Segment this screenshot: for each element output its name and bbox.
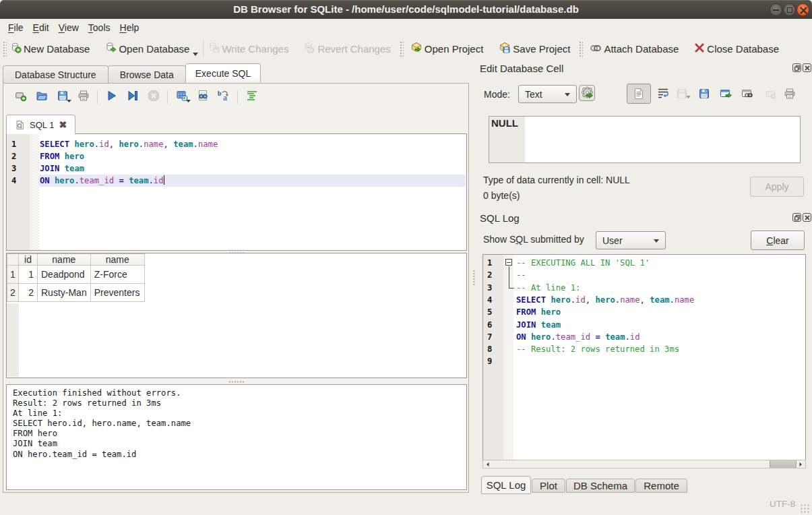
cell-value-editor[interactable]: NULL [489, 116, 801, 163]
menu-edit[interactable]: Edit [28, 20, 54, 36]
find-replace-button[interactable]: ba [213, 90, 234, 104]
attach-database-label: Attach Database [604, 43, 679, 55]
minimize-button[interactable] [770, 3, 782, 16]
results-message-splitter[interactable] [228, 381, 245, 383]
code-token: FROM [516, 307, 536, 317]
execute-all-button[interactable] [101, 90, 122, 104]
edit-cell-float-button[interactable] [792, 63, 801, 72]
close-database-button[interactable]: Close Database [693, 40, 780, 58]
code-line-3: 3JOIN team [7, 162, 466, 175]
save-as-button[interactable] [698, 88, 710, 100]
save-project-button[interactable]: Save Project [497, 39, 571, 59]
sql-log-editor[interactable]: 1-- EXECUTING ALL IN 'SQL 1'2--3-- At li… [482, 254, 806, 460]
tab-database-structure[interactable]: Database Structure [3, 65, 108, 83]
cell-size-text: 0 byte(s) [483, 190, 520, 201]
dock-tab-remote[interactable]: Remote [635, 479, 687, 493]
word-wrap-button[interactable] [657, 88, 669, 98]
code-token: team [541, 320, 561, 330]
cell[interactable]: Deadpond [38, 266, 91, 284]
print-cell-button[interactable] [784, 88, 796, 100]
cell[interactable]: Preventers [90, 284, 144, 302]
cell[interactable]: 2 [19, 284, 38, 302]
code-token: JOIN [40, 164, 59, 173]
scroll-left-arrow[interactable] [483, 460, 493, 468]
mode-label: Mode: [484, 89, 510, 100]
attach-database-button[interactable]: Attach Database [588, 39, 680, 59]
close-button[interactable] [797, 3, 809, 16]
dock-tab-plot[interactable]: Plot [532, 479, 565, 493]
execution-message-pane[interactable]: Execution finished without errors.Result… [6, 384, 467, 490]
menubar: FileEditViewToolsHelp [0, 19, 812, 37]
code-line-5: 5FROM hero [483, 306, 805, 318]
format-sql-button[interactable] [241, 90, 262, 104]
column-header-name-2[interactable]: name [90, 254, 144, 266]
main-vertical-splitter[interactable] [473, 270, 475, 286]
tab-execute-sql[interactable]: Execute SQL [185, 63, 261, 83]
edit-cell-close-button[interactable] [803, 63, 811, 72]
sql-tab-sql-1[interactable]: SQL 1✖ [6, 115, 75, 134]
scroll-thumb[interactable] [770, 460, 797, 468]
tab-browse-data[interactable]: Browse Data [108, 65, 186, 83]
new-sql-tab-button[interactable] [10, 90, 31, 104]
find-button[interactable] [192, 90, 213, 104]
code-token: . [571, 295, 575, 305]
column-header-name-1[interactable]: name [38, 254, 91, 266]
mnemonic-underline: Q [516, 234, 523, 245]
apply-button[interactable]: Apply [750, 177, 804, 197]
menu-file[interactable]: File [3, 20, 28, 36]
export-results-button[interactable] [171, 90, 192, 104]
apply-button-label: Apply [765, 181, 788, 192]
menu-view[interactable]: View [54, 20, 84, 36]
menu-help[interactable]: Help [115, 20, 144, 36]
row-header[interactable]: 1 [7, 266, 19, 284]
code-token: hero [551, 295, 570, 305]
results-grid[interactable]: idnamename11DeadpondZ-Force22Rusty-ManPr… [6, 253, 467, 378]
resize-grip[interactable] [800, 504, 810, 514]
show-sql-label: Show SQL submitted by [483, 234, 584, 245]
print-button[interactable] [73, 90, 94, 104]
open-sql-file-button[interactable] [31, 90, 52, 104]
toolbar-drag-handle[interactable] [2, 40, 7, 57]
find-replace-icon: ba [217, 90, 230, 104]
maximize-button[interactable] [783, 3, 796, 16]
cell[interactable]: 1 [19, 266, 38, 284]
code-token: = [119, 176, 123, 185]
sql-editor[interactable]: 1SELECT hero.id, hero.name, team.name2FR… [6, 133, 467, 251]
sql-log-close-button[interactable] [803, 213, 811, 222]
code-token: FROM [40, 152, 59, 161]
mode-combobox[interactable]: Text [518, 85, 577, 103]
dock-tab-sql-log[interactable]: SQL Log [481, 476, 531, 494]
svg-text:b: b [218, 90, 222, 97]
line-number: 1 [483, 257, 503, 269]
open-project-button[interactable]: Open Project [409, 39, 485, 59]
cell[interactable]: Z-Force [90, 266, 144, 284]
show-sql-combobox[interactable]: User [596, 231, 666, 249]
execute-line-button[interactable] [122, 90, 143, 104]
dock-tab-db-schema[interactable]: DB Schema [566, 479, 635, 493]
line-number: 9 [483, 355, 503, 367]
save-sql-file-button[interactable] [52, 90, 73, 104]
code-token: id [630, 332, 640, 342]
text-document-button[interactable] [627, 84, 651, 104]
code-token: team [605, 332, 625, 342]
column-header-id-0[interactable]: id [19, 254, 38, 266]
open-database-button[interactable]: Open Database [104, 37, 199, 61]
results-corner-header[interactable] [7, 254, 19, 266]
link-data-button[interactable] [741, 88, 754, 100]
import-in-cell-button[interactable] [579, 85, 595, 101]
toolbar-drag-handle[interactable] [578, 40, 583, 57]
sql-log-hscrollbar[interactable] [482, 460, 806, 468]
scroll-right-arrow[interactable] [796, 460, 805, 468]
clear-button[interactable]: Clear [751, 231, 805, 250]
open-external-button[interactable] [720, 88, 732, 100]
sql-log-float-button[interactable] [792, 213, 801, 222]
fold-collapse-icon[interactable] [505, 259, 512, 266]
toolbar-drag-handle[interactable] [399, 40, 404, 57]
close-tab-icon[interactable]: ✖ [59, 119, 67, 130]
code-text: FROM hero [516, 306, 561, 318]
new-database-button[interactable]: New Database [9, 39, 91, 58]
import-gear-icon [580, 86, 594, 100]
menu-tools[interactable]: Tools [84, 20, 115, 36]
row-header[interactable]: 2 [7, 284, 19, 302]
cell[interactable]: Rusty-Man [38, 284, 91, 302]
